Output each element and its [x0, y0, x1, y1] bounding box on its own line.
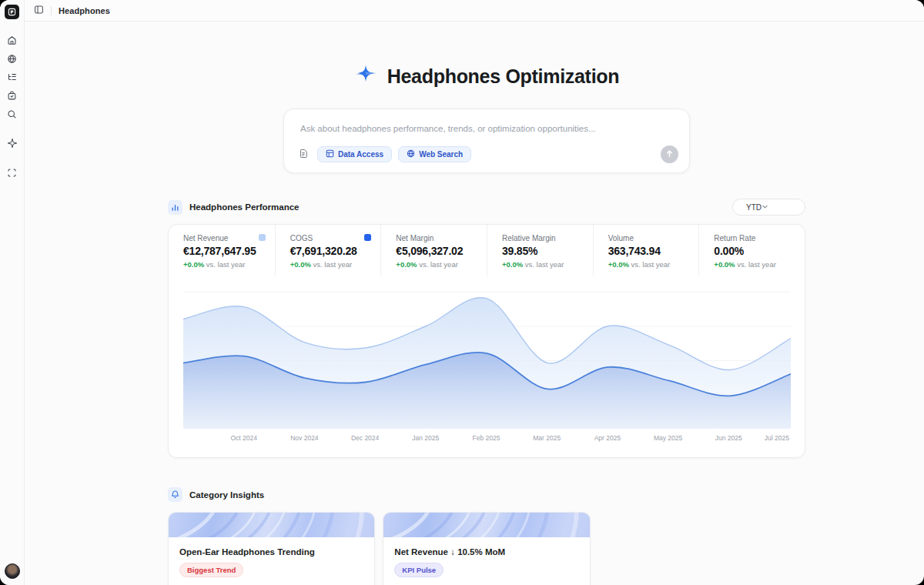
topbar: Headphones	[25, 0, 924, 22]
insight-card-artwork	[383, 513, 589, 537]
insight-card-open-ear[interactable]: Open-Ear Headphones Trending Biggest Tre…	[168, 512, 375, 585]
scan-frame-icon	[7, 168, 17, 178]
insight-card-net-revenue[interactable]: Net Revenue ↓ 10.5% MoM KPI Pulse Net re…	[383, 512, 590, 585]
sidebar-item-ai-assistant[interactable]	[3, 134, 22, 152]
kpi-value: €12,787,647.95	[183, 245, 266, 257]
insight-title: Open-Ear Headphones Trending	[179, 547, 363, 557]
panel-toggle-icon	[34, 5, 44, 17]
app-logo[interactable]	[5, 5, 19, 19]
tree-list-icon	[7, 72, 17, 82]
sidebar-toggle-button[interactable]	[34, 5, 44, 17]
cogs-color-key	[364, 234, 371, 241]
insights-section-title: Category Insights	[189, 490, 264, 500]
range-selector-value: YTD	[746, 203, 762, 212]
send-button[interactable]	[661, 145, 678, 163]
performance-section-header: Headphones Performance YTD	[168, 199, 805, 216]
breadcrumb-page-title: Headphones	[59, 6, 110, 15]
insight-card-body: Net Revenue ↓ 10.5% MoM KPI Pulse Net re…	[383, 537, 589, 585]
insight-grid: Open-Ear Headphones Trending Biggest Tre…	[168, 512, 805, 585]
kpi-net-margin: Net Margin €5,096,327.02 +0.0% vs. last …	[380, 225, 487, 276]
insight-badge: KPI Pulse	[394, 563, 444, 577]
chevron-down-icon	[762, 203, 768, 212]
insight-card-artwork	[169, 513, 374, 537]
insight-title: Net Revenue ↓ 10.5% MoM	[394, 547, 578, 557]
chart-x-axis: Oct 2024Nov 2024Dec 2024Jan 2025Feb 2025…	[183, 429, 789, 445]
kpi-volume: Volume 363,743.94 +0.0% vs. last year	[593, 225, 699, 276]
sidebar-item-store[interactable]	[3, 86, 22, 105]
logo-glyph-icon	[8, 5, 16, 19]
insight-card-body: Open-Ear Headphones Trending Biggest Tre…	[169, 537, 374, 585]
ask-toolbar: Data Access Web Search	[295, 145, 678, 163]
kpi-value: €7,691,320.28	[290, 245, 372, 257]
page-heading: Headphones Optimization	[387, 65, 619, 88]
ask-input[interactable]	[295, 122, 678, 133]
arrow-up-icon	[665, 149, 674, 160]
kpi-cogs: COGS €7,691,320.28 +0.0% vs. last year	[275, 225, 381, 276]
document-icon	[299, 149, 309, 161]
kpi-net-revenue: Net Revenue €12,787,647.95 +0.0% vs. las…	[169, 225, 275, 276]
globe-small-icon	[407, 149, 415, 159]
performance-section-title: Headphones Performance	[189, 202, 300, 212]
home-icon	[7, 35, 17, 45]
hero-sparkle-icon	[354, 63, 377, 89]
sidebar-item-categories[interactable]	[3, 68, 22, 86]
sidebar	[0, 0, 25, 585]
data-access-label: Data Access	[338, 150, 383, 159]
web-search-label: Web Search	[419, 150, 463, 159]
data-access-chip[interactable]: Data Access	[317, 146, 392, 162]
kpi-value: 363,743.94	[608, 245, 690, 257]
sidebar-nav	[3, 31, 22, 182]
kpi-value: 0.00%	[714, 245, 795, 257]
sidebar-item-scan[interactable]	[3, 163, 22, 182]
table-icon	[326, 149, 334, 159]
sidebar-item-search[interactable]	[3, 105, 22, 123]
globe-icon	[7, 54, 17, 64]
search-icon	[7, 109, 17, 119]
net-revenue-color-key	[259, 234, 266, 241]
range-selector[interactable]: YTD	[732, 199, 805, 216]
topbar-divider	[51, 6, 52, 15]
kpi-value: 39.85%	[502, 245, 584, 257]
attach-document-button[interactable]	[295, 149, 311, 161]
performance-card: Net Revenue €12,787,647.95 +0.0% vs. las…	[168, 224, 805, 458]
shopping-bag-icon	[7, 91, 17, 101]
kpi-return-rate: Return Rate 0.00% +0.0% vs. last year	[698, 225, 805, 276]
insights-section-header: Category Insights	[168, 487, 805, 502]
hero: Headphones Optimization	[168, 63, 805, 89]
insight-badge: Biggest Trend	[179, 563, 243, 577]
bell-icon	[168, 487, 182, 502]
sidebar-item-home[interactable]	[3, 31, 22, 49]
bar-chart-icon	[168, 200, 182, 215]
kpi-value: €5,096,327.02	[396, 245, 477, 257]
kpi-relative-margin: Relative Margin 39.85% +0.0% vs. last ye…	[487, 225, 593, 276]
main-area: Headphones Headphones Optimization	[25, 0, 924, 585]
app-window: Headphones Headphones Optimization	[0, 0, 924, 585]
sidebar-item-analytics[interactable]	[3, 49, 22, 68]
sparkle-icon	[7, 138, 18, 149]
web-search-chip[interactable]: Web Search	[398, 146, 471, 162]
performance-chart[interactable]	[169, 276, 805, 429]
kpi-grid: Net Revenue €12,787,647.95 +0.0% vs. las…	[169, 225, 805, 276]
user-avatar[interactable]	[5, 563, 20, 579]
ask-card: Data Access Web Search	[283, 109, 690, 173]
page-scroll[interactable]: Headphones Optimization	[25, 22, 924, 585]
